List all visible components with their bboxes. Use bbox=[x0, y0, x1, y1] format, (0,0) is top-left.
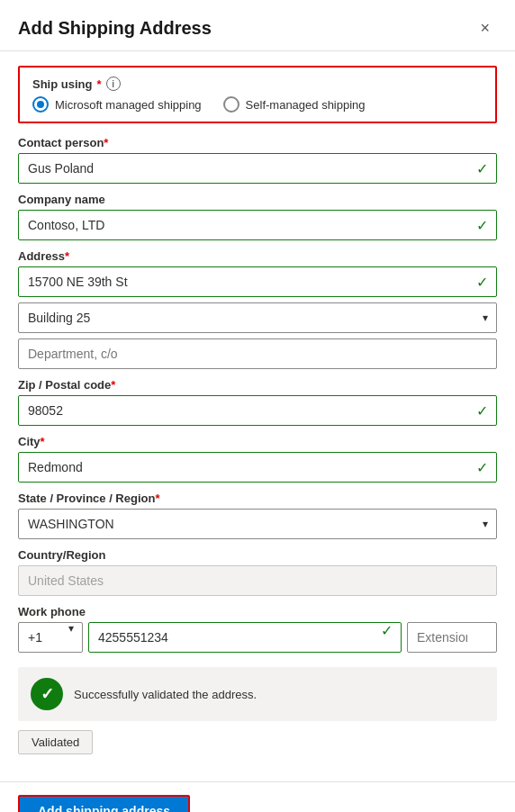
add-shipping-address-button[interactable]: Add shipping address bbox=[18, 795, 190, 812]
add-shipping-address-modal: Add Shipping Address × Ship using * i Mi… bbox=[0, 0, 515, 812]
phone-ext-wrapper bbox=[407, 622, 497, 653]
address-line3-wrapper bbox=[18, 338, 497, 369]
state-field: State / Province / Region* WASHINGTON ▾ bbox=[18, 492, 497, 539]
phone-number-input[interactable] bbox=[88, 622, 402, 653]
phone-code-input[interactable] bbox=[18, 622, 83, 653]
contact-person-label: Contact person* bbox=[18, 136, 497, 149]
phone-extension-input[interactable] bbox=[407, 622, 497, 653]
state-label: State / Province / Region* bbox=[18, 492, 497, 505]
city-wrapper: ✓ bbox=[18, 452, 497, 483]
country-field: Country/Region bbox=[18, 548, 497, 596]
address-line1-wrapper: ✓ bbox=[18, 266, 497, 297]
phone-code-wrapper: ▾ bbox=[18, 622, 83, 653]
radio-microsoft-circle bbox=[32, 96, 49, 113]
company-name-label: Company name bbox=[18, 193, 497, 206]
address-line3-input[interactable] bbox=[18, 338, 497, 369]
zip-wrapper: ✓ bbox=[18, 395, 497, 426]
validated-button[interactable]: Validated bbox=[18, 730, 93, 754]
phone-row: ▾ ✓ bbox=[18, 622, 497, 653]
success-circle: ✓ bbox=[31, 678, 63, 710]
zip-label: Zip / Postal code* bbox=[18, 378, 497, 392]
address-line2-wrapper: ▾ bbox=[18, 302, 497, 333]
modal-header: Add Shipping Address × bbox=[0, 0, 515, 51]
ship-using-label: Ship using * i bbox=[32, 77, 483, 91]
ship-using-section: Ship using * i Microsoft managed shippin… bbox=[18, 66, 497, 123]
zip-field: Zip / Postal code* ✓ bbox=[18, 378, 497, 426]
success-banner: ✓ Successfully validated the address. bbox=[18, 667, 497, 721]
radio-self-label: Self-managed shipping bbox=[246, 98, 366, 112]
address-label: Address* bbox=[18, 249, 497, 263]
address-line1-input[interactable] bbox=[18, 266, 497, 297]
city-input[interactable] bbox=[18, 452, 497, 483]
modal-footer: Add shipping address bbox=[0, 781, 515, 812]
city-field: City* ✓ bbox=[18, 435, 497, 483]
success-message: Successfully validated the address. bbox=[74, 688, 257, 701]
phone-field: Work phone ▾ ✓ bbox=[18, 605, 497, 653]
phone-main-wrapper: ✓ bbox=[88, 622, 402, 653]
country-wrapper bbox=[18, 565, 497, 596]
radio-self[interactable]: Self-managed shipping bbox=[223, 96, 366, 113]
zip-input[interactable] bbox=[18, 395, 497, 426]
success-check-icon: ✓ bbox=[41, 684, 54, 704]
ship-using-radio-group: Microsoft managed shipping Self-managed … bbox=[32, 96, 483, 113]
country-label: Country/Region bbox=[18, 548, 497, 562]
state-wrapper: WASHINGTON ▾ bbox=[18, 509, 497, 539]
close-button[interactable]: × bbox=[473, 16, 497, 40]
modal-title: Add Shipping Address bbox=[18, 18, 212, 39]
radio-microsoft-label: Microsoft managed shipping bbox=[55, 98, 202, 112]
company-name-wrapper: ✓ bbox=[18, 210, 497, 240]
city-label: City* bbox=[18, 435, 497, 448]
state-select[interactable]: WASHINGTON bbox=[18, 509, 497, 539]
address-field: Address* ✓ ▾ bbox=[18, 249, 497, 369]
ship-using-required: * bbox=[96, 77, 101, 91]
contact-person-wrapper: ✓ bbox=[18, 153, 497, 184]
radio-self-circle bbox=[223, 96, 239, 113]
company-name-field: Company name ✓ bbox=[18, 193, 497, 240]
ship-using-info-icon[interactable]: i bbox=[106, 77, 121, 91]
company-name-input[interactable] bbox=[18, 210, 497, 240]
radio-microsoft[interactable]: Microsoft managed shipping bbox=[32, 96, 202, 113]
modal-body: Ship using * i Microsoft managed shippin… bbox=[0, 51, 515, 781]
phone-label: Work phone bbox=[18, 605, 497, 618]
contact-person-field: Contact person* ✓ bbox=[18, 136, 497, 184]
country-input bbox=[18, 565, 497, 596]
contact-person-input[interactable] bbox=[18, 153, 497, 184]
address-line2-input[interactable] bbox=[18, 302, 497, 333]
